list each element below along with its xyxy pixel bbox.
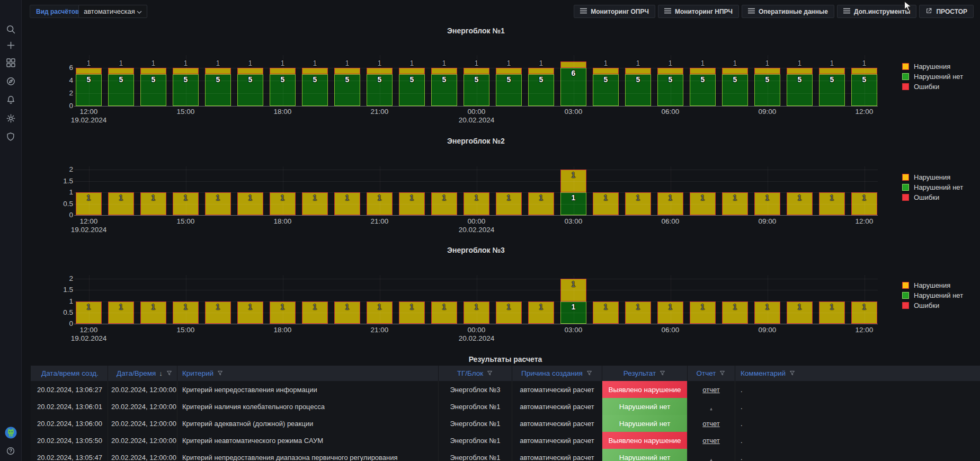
column-label: Дата/время созд. — [41, 369, 99, 377]
bar-value-label: 1 — [560, 303, 586, 311]
bar-value-label: 1 — [690, 193, 716, 202]
legend-item-3[interactable]: Ошибки — [902, 193, 939, 201]
calc-type-dropdown[interactable]: автоматическая — [78, 5, 147, 18]
sort-desc-icon[interactable]: ↓ — [159, 369, 163, 377]
legend-item-1[interactable]: Нарушения — [902, 173, 950, 181]
bar-value-label: 1 — [302, 59, 328, 67]
bar-value-label: 1 — [140, 193, 166, 202]
x-tick-label: 09:00 — [749, 108, 786, 116]
bar-segment-violation[interactable] — [108, 68, 134, 74]
cell-datetime: 20.02.2024, 12:00:00 — [108, 415, 177, 432]
bar-segment-violation[interactable] — [690, 68, 716, 74]
sidebar-item-plus plus-icon[interactable] — [0, 39, 21, 51]
bar-value-label: 1 — [431, 59, 457, 67]
report-link[interactable]: отчет — [702, 437, 719, 445]
bar-segment-violation[interactable] — [528, 68, 554, 74]
bar-segment-violation[interactable] — [593, 68, 619, 74]
cell-result: Нарушений нет — [602, 415, 688, 432]
header-cell-unit[interactable]: ТГ/Блок — [439, 366, 512, 381]
bar-value-label: 5 — [464, 75, 489, 84]
topbar-button-3[interactable]: Оперативные данные — [742, 5, 834, 18]
sidebar-item-search search-icon[interactable] — [0, 23, 21, 36]
column-label: Отчет — [697, 369, 716, 377]
bar-segment-violation[interactable] — [399, 68, 425, 74]
bar-value-label: 5 — [496, 75, 522, 84]
x-tick-label: 12:00 — [846, 326, 883, 334]
cell-report: отчет — [688, 381, 735, 398]
sidebar-help help-icon[interactable] — [0, 445, 21, 457]
prostor-button[interactable]: ПРОСТОР — [919, 5, 974, 18]
topbar-button-1[interactable]: Мониторинг ОПРЧ — [574, 5, 655, 18]
bar-segment-violation[interactable] — [205, 68, 231, 74]
topbar-button-4[interactable]: Доп.инструменты — [837, 5, 916, 18]
sidebar-item-shield shield-icon[interactable] — [0, 130, 21, 143]
y-tick-label: 0 — [47, 102, 73, 110]
legend-item-1[interactable]: Нарушения — [902, 281, 950, 289]
report-link[interactable]: . — [710, 403, 712, 411]
report-link[interactable]: . — [710, 454, 712, 461]
bar-segment-violation[interactable] — [237, 68, 263, 74]
cell-comment: . — [735, 415, 980, 432]
bar-value-label: 1 — [173, 193, 199, 202]
bar-value-label: 1 — [787, 193, 813, 202]
legend-item-2[interactable]: Нарушений нет — [902, 73, 963, 81]
topbar-button-2[interactable]: Мониторинг НПРЧ — [658, 5, 739, 18]
gridline-v — [865, 275, 865, 324]
legend-item-2[interactable]: Нарушений нет — [902, 291, 963, 299]
sidebar-avatar avatar-icon[interactable] — [0, 426, 21, 439]
header-cell-reason[interactable]: Причина создания — [512, 366, 602, 381]
bar-segment-violation[interactable] — [819, 68, 845, 74]
filter-funnel-icon[interactable] — [659, 370, 666, 377]
filter-funnel-icon[interactable] — [586, 370, 593, 377]
sidebar-item-bell bell-icon[interactable] — [0, 93, 21, 106]
filter-funnel-icon[interactable] — [217, 370, 224, 377]
topbar-button-label: Мониторинг ОПРЧ — [591, 8, 649, 15]
menu-icon — [843, 8, 850, 15]
sidebar-item-compass compass-icon[interactable] — [0, 75, 21, 87]
cell-reason: автоматический расчет — [512, 415, 602, 432]
header-cell-result[interactable]: Результат — [602, 366, 688, 381]
sidebar-item-apps apps-icon[interactable] — [0, 56, 21, 69]
bar-segment-violation[interactable] — [334, 68, 360, 74]
bar-segment-violation[interactable] — [140, 68, 166, 74]
filter-funnel-icon[interactable] — [789, 370, 796, 377]
dashboard: Вид расчётов автоматическая Мониторинг О… — [0, 0, 980, 461]
result-badge: Нарушений нет — [602, 449, 687, 461]
filter-funnel-icon[interactable] — [719, 370, 726, 377]
bar-value-label: 1 — [560, 193, 586, 202]
bar-segment-violation[interactable] — [302, 68, 328, 74]
gridline-h — [74, 181, 878, 182]
filter-funnel-icon[interactable] — [486, 370, 493, 377]
view-calculations-button[interactable]: Вид расчётов — [30, 5, 85, 18]
legend-item-2[interactable]: Нарушений нет — [902, 183, 963, 191]
bar-value-label: 5 — [787, 75, 813, 84]
legend-item-3[interactable]: Ошибки — [902, 83, 939, 91]
bar-segment-violation[interactable] — [625, 68, 651, 74]
cell-comment: . — [735, 432, 980, 449]
bar-value-label: 1 — [593, 303, 619, 311]
header-cell-comment[interactable]: Комментарий — [735, 366, 980, 381]
x-tick-label: 21:00 — [361, 217, 398, 225]
sidebar-item-gear gear-icon[interactable] — [0, 112, 21, 125]
bar-segment-violation[interactable] — [496, 68, 522, 74]
bar-value-label: 1 — [367, 193, 393, 202]
x-tick-label: 06:00 — [652, 326, 689, 334]
header-cell-created[interactable]: Дата/время созд. — [31, 366, 108, 381]
header-cell-datetime[interactable]: Дата/Время↓ — [108, 366, 177, 381]
header-cell-report[interactable]: Отчет — [688, 366, 735, 381]
bar-segment-violation[interactable] — [722, 68, 748, 74]
column-label: Причина создания — [521, 369, 583, 377]
bar-segment-violation[interactable] — [787, 68, 813, 74]
table-row: 20.02.2024, 13:06:0120.02.2024, 12:00:00… — [31, 398, 980, 415]
bar-value-label: 5 — [140, 75, 166, 84]
header-cell-criterion[interactable]: Критерий — [177, 366, 439, 381]
legend-item-3[interactable]: Ошибки — [902, 302, 939, 309]
bar-value-label: 1 — [173, 59, 199, 67]
gridline-h — [74, 192, 878, 193]
report-link[interactable]: отчет — [702, 386, 719, 394]
filter-funnel-icon[interactable] — [166, 370, 173, 377]
report-link[interactable]: отчет — [702, 420, 719, 428]
legend-item-1[interactable]: Нарушения — [902, 63, 950, 70]
bar-segment-violation[interactable] — [431, 68, 457, 74]
y-tick-label: 0.5 — [47, 308, 73, 316]
